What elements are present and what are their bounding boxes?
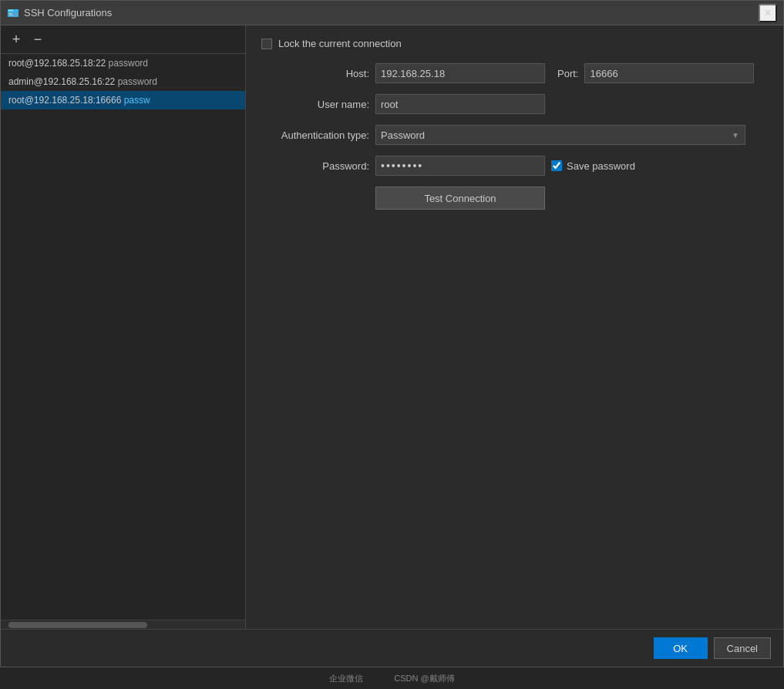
port-input[interactable] [584, 63, 754, 83]
save-password-label: Save password [567, 160, 635, 172]
lock-checkbox[interactable] [261, 39, 272, 49]
host-input[interactable] [375, 63, 545, 83]
save-password-checkbox[interactable] [551, 160, 562, 171]
test-connection-row: Test Connection [261, 187, 768, 210]
username-input[interactable] [375, 94, 545, 114]
svg-point-3 [10, 9, 12, 11]
lock-label: Lock the current connection [278, 38, 402, 49]
connection-item-label-0: root@192.168.25.18:22 password [8, 58, 148, 69]
watermark-left: 企业微信 [329, 673, 363, 684]
add-connection-button[interactable]: + [7, 30, 25, 49]
auth-type-select-wrapper: Password Public key [375, 125, 745, 145]
auth-type-label: Authentication type: [261, 129, 369, 141]
right-panel: Lock the current connection Host: Port: … [246, 25, 783, 629]
svg-rect-6 [9, 15, 13, 15]
cancel-button[interactable]: Cancel [714, 637, 771, 659]
connection-list: root@192.168.25.18:22 password admin@192… [1, 54, 245, 620]
sidebar-scrollbar[interactable] [1, 620, 245, 629]
dialog-icon [7, 7, 19, 19]
svg-point-2 [8, 9, 10, 11]
lock-row: Lock the current connection [261, 38, 768, 49]
dialog-body: + − root@192.168.25.18:22 password admin… [1, 25, 783, 629]
dialog-title: SSH Configurations [24, 7, 759, 18]
connection-item-1[interactable]: admin@192.168.25.16:22 password [1, 72, 245, 91]
host-row: Host: Port: [261, 63, 768, 83]
password-label: Password: [261, 160, 369, 172]
connection-item-label-2: root@192.168.25.18:16666 passw [8, 95, 150, 106]
close-button[interactable]: × [759, 4, 777, 22]
sidebar-scrollbar-thumb [8, 622, 147, 628]
password-row: Password: Save password [261, 156, 768, 176]
save-password-row: Save password [551, 160, 635, 172]
username-label: User name: [261, 99, 369, 110]
dialog-footer: OK Cancel [1, 629, 783, 667]
connection-item-label-1: admin@192.168.25.16:22 password [8, 76, 157, 87]
auth-type-select[interactable]: Password Public key [375, 125, 745, 145]
ok-button[interactable]: OK [654, 637, 708, 659]
remove-connection-button[interactable]: − [29, 30, 47, 49]
host-label: Host: [261, 68, 369, 79]
svg-point-4 [12, 9, 13, 11]
watermark-right: CSDN @戴师傅 [394, 673, 454, 684]
connection-item-0[interactable]: root@192.168.25.18:22 password [1, 54, 245, 72]
port-label: Port: [557, 68, 578, 79]
sidebar: + − root@192.168.25.18:22 password admin… [1, 25, 246, 629]
test-connection-button[interactable]: Test Connection [375, 187, 545, 210]
password-input[interactable] [375, 156, 545, 176]
ssh-configurations-dialog: SSH Configurations × + − root@192.168.25… [0, 0, 784, 667]
sidebar-toolbar: + − [1, 25, 245, 54]
svg-rect-5 [9, 13, 12, 14]
connection-item-2[interactable]: root@192.168.25.18:16666 passw [1, 91, 245, 109]
username-row: User name: [261, 94, 768, 114]
watermark-bar: 企业微信 CSDN @戴师傅 [0, 667, 784, 689]
title-bar: SSH Configurations × [1, 1, 783, 25]
auth-type-row: Authentication type: Password Public key [261, 125, 768, 145]
